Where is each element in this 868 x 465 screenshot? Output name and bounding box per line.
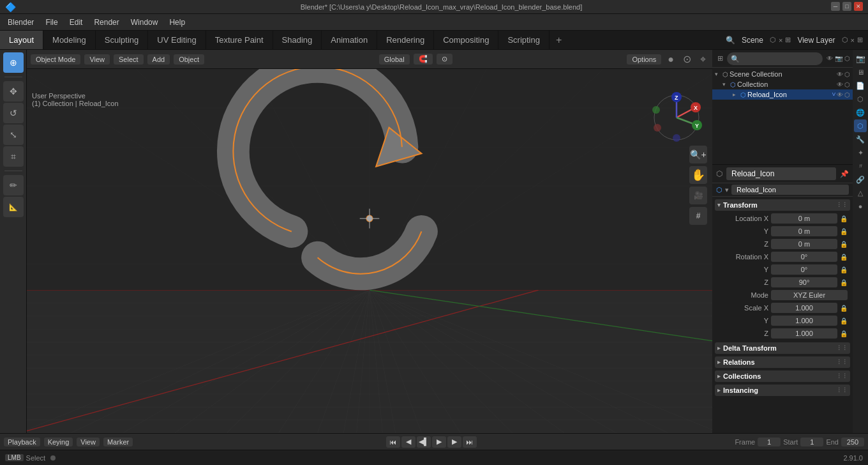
tab-shading[interactable]: Shading [273, 31, 322, 49]
render-icon[interactable]: ⬡ [844, 55, 850, 62]
menu-file[interactable]: File [40, 17, 63, 28]
add-menu[interactable]: Add [147, 54, 170, 65]
playback-menu[interactable]: Playback [4, 438, 40, 446]
proportional-btn[interactable]: ⊙ [437, 54, 453, 65]
output-props-tab[interactable]: 🖥 [854, 66, 867, 79]
add-workspace-button[interactable]: + [550, 31, 568, 49]
marker-menu[interactable]: Marker [103, 438, 133, 446]
transform-header[interactable]: ▾ Transform ⋮⋮ [715, 199, 850, 211]
render-vis-icon[interactable]: ⬡ [844, 71, 850, 78]
camera-view-button[interactable]: 🎥 [689, 187, 707, 204]
rotation-mode-value[interactable]: XYZ Euler [771, 290, 848, 300]
view-menu-tl[interactable]: View [77, 438, 100, 446]
rotate-tool[interactable]: ↺ [3, 103, 24, 123]
step-back-button[interactable]: ◀ [401, 436, 415, 448]
tab-rendering[interactable]: Rendering [377, 31, 434, 49]
scale-z-value[interactable]: 1.000 [771, 328, 837, 339]
constraints-props-tab[interactable]: 🔗 [854, 173, 867, 186]
location-z-lock[interactable]: 🔒 [840, 241, 848, 248]
modifiers-props-tab[interactable]: 🔧 [854, 133, 867, 146]
current-frame-input[interactable]: 1 [758, 438, 781, 446]
location-x-lock[interactable]: 🔒 [840, 215, 848, 222]
start-frame-input[interactable]: 1 [800, 438, 823, 446]
maximize-button[interactable]: □ [842, 2, 851, 11]
view-menu[interactable]: View [84, 54, 110, 65]
menu-blender[interactable]: Blender [3, 17, 39, 28]
object-name-display[interactable]: Reload_Icon [726, 167, 836, 180]
options-menu[interactable]: Options [627, 54, 661, 65]
step-forward-button[interactable]: ▶ [447, 436, 461, 448]
scale-y-lock[interactable]: 🔒 [840, 317, 848, 324]
location-z-value[interactable]: 0 m [771, 239, 837, 249]
scene-props-tab[interactable]: ⬡ [854, 93, 867, 105]
coll-render-icon[interactable]: ⬡ [844, 81, 850, 88]
measure-tool[interactable]: 📐 [3, 197, 24, 217]
scale-x-value[interactable]: 1.000 [771, 303, 837, 313]
menu-window[interactable]: Window [126, 17, 163, 28]
coll-vis-icon[interactable]: 👁 [837, 81, 843, 88]
navigation-gizmo[interactable]: X Y Z [651, 92, 702, 143]
scene-collection-item[interactable]: ▾ ⬡ Scene Collection 👁 ⬡ [712, 69, 853, 79]
pan-button[interactable]: ✋ [689, 166, 707, 184]
collections-header[interactable]: ▸ Collections ⋮⋮ [715, 370, 850, 382]
zoom-in-button[interactable]: 🔍+ [689, 146, 707, 164]
collection-item[interactable]: ▾ ⬡ Collection 👁 ⬡ [712, 79, 853, 89]
location-x-value[interactable]: 0 m [771, 213, 837, 224]
relations-header[interactable]: ▸ Relations ⋮⋮ [715, 356, 850, 368]
move-tool[interactable]: ✥ [3, 81, 24, 102]
data-props-tab[interactable]: △ [854, 187, 867, 199]
menu-render[interactable]: Render [89, 17, 124, 28]
particles-props-tab[interactable]: ✦ [854, 146, 867, 159]
rotation-x-lock[interactable]: 🔒 [840, 254, 848, 261]
vray-icon[interactable]: V [832, 91, 835, 98]
vis-icon[interactable]: 👁 [837, 71, 843, 78]
physics-props-tab[interactable]: 〃 [854, 160, 867, 172]
viewport-overlay-icon[interactable]: ⊙ [680, 53, 694, 65]
jump-end-button[interactable]: ⏭ [463, 436, 477, 448]
obj-vis-icon[interactable]: 👁 [837, 91, 843, 98]
camera-restrict-icon[interactable]: 📷 [835, 55, 842, 62]
world-props-tab[interactable]: 🌐 [854, 106, 867, 119]
rotation-y-value[interactable]: 0° [771, 264, 837, 275]
select-menu[interactable]: Select [114, 54, 144, 65]
tab-sculpting[interactable]: Sculpting [96, 31, 148, 49]
minimize-button[interactable]: ─ [831, 2, 840, 11]
transform-tool[interactable]: ⌗ [3, 146, 24, 167]
scale-z-lock[interactable]: 🔒 [840, 330, 848, 337]
object-props-tab[interactable]: ⬡ [854, 119, 867, 132]
keying-menu[interactable]: Keying [44, 438, 73, 446]
scale-x-lock[interactable]: 🔒 [840, 305, 848, 312]
snap-btn[interactable]: 🧲 [414, 54, 433, 65]
rotation-z-value[interactable]: 90° [771, 277, 837, 287]
location-y-lock[interactable]: 🔒 [840, 228, 848, 235]
object-menu[interactable]: Object [174, 54, 204, 65]
annotate-tool[interactable]: ✏ [3, 175, 24, 195]
render-props-tab[interactable]: 📷 [854, 52, 867, 65]
tab-modeling[interactable]: Modeling [43, 31, 96, 49]
tab-layout[interactable]: Layout [0, 31, 43, 49]
end-frame-input[interactable]: 250 [841, 438, 864, 446]
tab-compositing[interactable]: Compositing [434, 31, 498, 49]
location-y-value[interactable]: 0 m [771, 226, 837, 236]
instancing-header[interactable]: ▸ Instancing ⋮⋮ [715, 385, 850, 396]
jump-start-button[interactable]: ⏮ [386, 436, 400, 448]
close-button[interactable]: ✕ [854, 2, 863, 11]
rotation-z-lock[interactable]: 🔒 [840, 279, 848, 286]
scale-y-value[interactable]: 1.000 [771, 316, 837, 326]
delta-transform-header[interactable]: ▸ Delta Transform ⋮⋮ [715, 342, 850, 354]
play-button[interactable]: ▶ [432, 436, 446, 448]
mesh-name-display[interactable]: Reload_Icon [731, 185, 849, 195]
tab-texture-paint[interactable]: Texture Paint [206, 31, 273, 49]
play-reverse-button[interactable]: ◀▌ [417, 436, 431, 448]
menu-edit[interactable]: Edit [64, 17, 88, 28]
obj-render-icon[interactable]: ⬡ [844, 91, 850, 98]
tab-scripting[interactable]: Scripting [498, 31, 550, 49]
viewport-shading-icon[interactable]: ● [665, 54, 677, 65]
tab-uv-editing[interactable]: UV Editing [148, 31, 206, 49]
3d-viewport-area[interactable]: User Perspective (1) Collection | Reload… [27, 69, 712, 433]
viewport-gizmo-icon[interactable]: ⌖ [698, 54, 708, 65]
tab-animation[interactable]: Animation [322, 31, 377, 49]
view-layer-props-tab[interactable]: 📄 [854, 79, 867, 92]
material-props-tab[interactable]: ● [854, 200, 867, 213]
rotation-x-value[interactable]: 0° [771, 252, 837, 262]
